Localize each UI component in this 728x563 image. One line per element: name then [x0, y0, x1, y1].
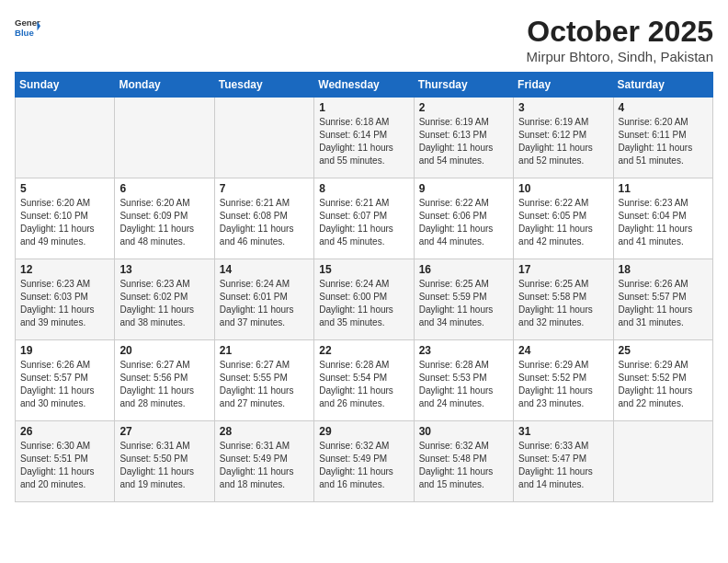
header-saturday: Saturday — [613, 73, 712, 98]
day-info: Sunrise: 6:18 AM Sunset: 6:14 PM Dayligh… — [319, 116, 408, 167]
week-row-5: 26Sunrise: 6:30 AM Sunset: 5:51 PM Dayli… — [16, 421, 713, 502]
calendar-cell: 14Sunrise: 6:24 AM Sunset: 6:01 PM Dayli… — [214, 259, 313, 340]
calendar-cell: 18Sunrise: 6:26 AM Sunset: 5:57 PM Dayli… — [613, 259, 712, 340]
svg-text:General: General — [15, 17, 40, 28]
day-info: Sunrise: 6:20 AM Sunset: 6:10 PM Dayligh… — [20, 197, 109, 248]
calendar-cell: 17Sunrise: 6:25 AM Sunset: 5:58 PM Dayli… — [514, 259, 613, 340]
calendar-cell: 10Sunrise: 6:22 AM Sunset: 6:05 PM Dayli… — [514, 178, 613, 259]
day-info: Sunrise: 6:24 AM Sunset: 6:00 PM Dayligh… — [319, 278, 408, 329]
calendar-cell: 6Sunrise: 6:20 AM Sunset: 6:09 PM Daylig… — [115, 178, 214, 259]
calendar-cell: 19Sunrise: 6:26 AM Sunset: 5:57 PM Dayli… — [16, 340, 115, 421]
calendar-cell: 8Sunrise: 6:21 AM Sunset: 6:07 PM Daylig… — [314, 178, 414, 259]
day-info: Sunrise: 6:32 AM Sunset: 5:48 PM Dayligh… — [419, 440, 508, 491]
logo-icon: General Blue — [15, 15, 40, 40]
day-info: Sunrise: 6:22 AM Sunset: 6:06 PM Dayligh… — [419, 197, 508, 248]
calendar-cell: 12Sunrise: 6:23 AM Sunset: 6:03 PM Dayli… — [16, 259, 115, 340]
week-row-2: 5Sunrise: 6:20 AM Sunset: 6:10 PM Daylig… — [16, 178, 713, 259]
day-number: 13 — [119, 263, 209, 276]
calendar-cell — [214, 98, 313, 178]
day-number: 12 — [20, 263, 109, 276]
calendar-cell: 7Sunrise: 6:21 AM Sunset: 6:08 PM Daylig… — [214, 178, 313, 259]
day-number: 23 — [419, 344, 508, 357]
header-tuesday: Tuesday — [214, 73, 313, 98]
day-info: Sunrise: 6:33 AM Sunset: 5:47 PM Dayligh… — [518, 440, 608, 491]
calendar-cell: 9Sunrise: 6:22 AM Sunset: 6:06 PM Daylig… — [414, 178, 513, 259]
day-info: Sunrise: 6:25 AM Sunset: 5:58 PM Dayligh… — [518, 278, 608, 329]
calendar-cell: 2Sunrise: 6:19 AM Sunset: 6:13 PM Daylig… — [414, 98, 513, 178]
calendar-cell: 15Sunrise: 6:24 AM Sunset: 6:00 PM Dayli… — [314, 259, 414, 340]
day-info: Sunrise: 6:27 AM Sunset: 5:55 PM Dayligh… — [220, 359, 309, 410]
svg-text:Blue: Blue — [15, 28, 34, 38]
day-info: Sunrise: 6:25 AM Sunset: 5:59 PM Dayligh… — [419, 278, 508, 329]
header-thursday: Thursday — [414, 73, 513, 98]
calendar-table: Sunday Monday Tuesday Wednesday Thursday… — [15, 72, 713, 502]
day-number: 8 — [319, 182, 408, 195]
calendar-cell: 16Sunrise: 6:25 AM Sunset: 5:59 PM Dayli… — [414, 259, 513, 340]
day-info: Sunrise: 6:32 AM Sunset: 5:49 PM Dayligh… — [319, 440, 408, 491]
calendar-cell: 22Sunrise: 6:28 AM Sunset: 5:54 PM Dayli… — [314, 340, 414, 421]
calendar-cell: 4Sunrise: 6:20 AM Sunset: 6:11 PM Daylig… — [613, 98, 712, 178]
header-row: Sunday Monday Tuesday Wednesday Thursday… — [16, 73, 713, 98]
day-number: 29 — [319, 425, 408, 438]
header: General Blue October 2025 Mirpur Bhtoro,… — [15, 15, 713, 64]
day-info: Sunrise: 6:19 AM Sunset: 6:12 PM Dayligh… — [518, 116, 608, 167]
day-info: Sunrise: 6:28 AM Sunset: 5:54 PM Dayligh… — [319, 359, 408, 410]
header-friday: Friday — [514, 73, 613, 98]
calendar-cell: 31Sunrise: 6:33 AM Sunset: 5:47 PM Dayli… — [514, 421, 613, 502]
day-number: 7 — [220, 182, 309, 195]
day-number: 20 — [119, 344, 209, 357]
day-number: 5 — [20, 182, 109, 195]
day-number: 6 — [119, 182, 209, 195]
calendar-cell: 27Sunrise: 6:31 AM Sunset: 5:50 PM Dayli… — [115, 421, 214, 502]
day-info: Sunrise: 6:23 AM Sunset: 6:02 PM Dayligh… — [119, 278, 209, 329]
calendar-cell: 23Sunrise: 6:28 AM Sunset: 5:53 PM Dayli… — [414, 340, 513, 421]
header-wednesday: Wednesday — [314, 73, 414, 98]
day-info: Sunrise: 6:26 AM Sunset: 5:57 PM Dayligh… — [619, 278, 708, 329]
day-number: 4 — [619, 101, 708, 114]
day-number: 25 — [619, 344, 708, 357]
day-number: 9 — [419, 182, 508, 195]
day-number: 17 — [518, 263, 608, 276]
calendar-cell: 28Sunrise: 6:31 AM Sunset: 5:49 PM Dayli… — [214, 421, 313, 502]
calendar-cell: 25Sunrise: 6:29 AM Sunset: 5:52 PM Dayli… — [613, 340, 712, 421]
calendar-cell — [613, 421, 712, 502]
day-number: 2 — [419, 101, 508, 114]
day-number: 3 — [518, 101, 608, 114]
day-number: 18 — [619, 263, 708, 276]
calendar-cell — [16, 98, 115, 178]
day-info: Sunrise: 6:28 AM Sunset: 5:53 PM Dayligh… — [419, 359, 508, 410]
day-info: Sunrise: 6:26 AM Sunset: 5:57 PM Dayligh… — [20, 359, 109, 410]
day-number: 15 — [319, 263, 408, 276]
day-info: Sunrise: 6:29 AM Sunset: 5:52 PM Dayligh… — [619, 359, 708, 410]
day-info: Sunrise: 6:31 AM Sunset: 5:49 PM Dayligh… — [220, 440, 309, 491]
day-info: Sunrise: 6:24 AM Sunset: 6:01 PM Dayligh… — [220, 278, 309, 329]
day-info: Sunrise: 6:23 AM Sunset: 6:03 PM Dayligh… — [20, 278, 109, 329]
logo: General Blue — [15, 15, 40, 40]
day-number: 26 — [20, 425, 109, 438]
week-row-1: 1Sunrise: 6:18 AM Sunset: 6:14 PM Daylig… — [16, 98, 713, 178]
day-info: Sunrise: 6:22 AM Sunset: 6:05 PM Dayligh… — [518, 197, 608, 248]
day-number: 14 — [220, 263, 309, 276]
day-number: 31 — [518, 425, 608, 438]
day-number: 21 — [220, 344, 309, 357]
day-number: 1 — [319, 101, 408, 114]
day-info: Sunrise: 6:29 AM Sunset: 5:52 PM Dayligh… — [518, 359, 608, 410]
calendar-cell: 1Sunrise: 6:18 AM Sunset: 6:14 PM Daylig… — [314, 98, 414, 178]
calendar-cell: 5Sunrise: 6:20 AM Sunset: 6:10 PM Daylig… — [16, 178, 115, 259]
calendar-cell: 26Sunrise: 6:30 AM Sunset: 5:51 PM Dayli… — [16, 421, 115, 502]
calendar-cell: 20Sunrise: 6:27 AM Sunset: 5:56 PM Dayli… — [115, 340, 214, 421]
header-sunday: Sunday — [16, 73, 115, 98]
day-number: 22 — [319, 344, 408, 357]
day-number: 10 — [518, 182, 608, 195]
calendar-cell: 11Sunrise: 6:23 AM Sunset: 6:04 PM Dayli… — [613, 178, 712, 259]
header-monday: Monday — [115, 73, 214, 98]
calendar-cell: 24Sunrise: 6:29 AM Sunset: 5:52 PM Dayli… — [514, 340, 613, 421]
title-area: October 2025 Mirpur Bhtoro, Sindh, Pakis… — [527, 15, 713, 64]
day-info: Sunrise: 6:19 AM Sunset: 6:13 PM Dayligh… — [419, 116, 508, 167]
day-number: 11 — [619, 182, 708, 195]
week-row-4: 19Sunrise: 6:26 AM Sunset: 5:57 PM Dayli… — [16, 340, 713, 421]
day-number: 24 — [518, 344, 608, 357]
day-number: 19 — [20, 344, 109, 357]
day-info: Sunrise: 6:20 AM Sunset: 6:09 PM Dayligh… — [119, 197, 209, 248]
calendar-cell: 21Sunrise: 6:27 AM Sunset: 5:55 PM Dayli… — [214, 340, 313, 421]
